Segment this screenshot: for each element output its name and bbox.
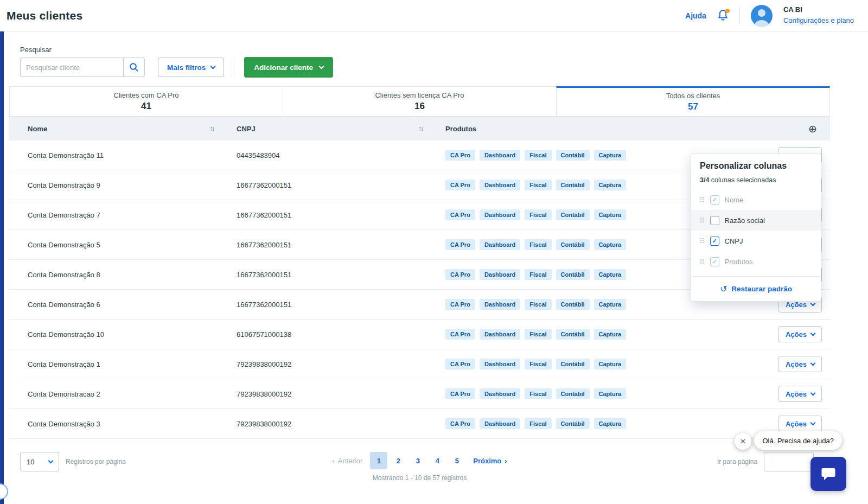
product-badge: Captura [594, 388, 627, 399]
customize-columns-button[interactable]: ⊕ [808, 124, 817, 134]
more-filters-button[interactable]: Mais filtros [158, 58, 224, 77]
client-name: Conta Demonstração 1 [9, 360, 218, 368]
goto-page-input[interactable] [764, 452, 814, 471]
sort-icon[interactable]: ↑↓ [418, 125, 423, 132]
pagination: 10 Registros por página ‹Anterior 1 2 3 … [9, 452, 830, 487]
product-badge: CA Pro [445, 388, 475, 399]
person-icon [751, 5, 773, 27]
actions-button-label: Ações [786, 360, 807, 368]
product-badge: Fiscal [525, 359, 551, 369]
product-badge: CA Pro [445, 418, 475, 429]
table-row[interactable]: Conta Demonstração 10 61067571000138 CA … [9, 320, 830, 349]
checkbox-cnpj[interactable]: ✓ [710, 237, 719, 246]
chevron-down-icon [810, 420, 816, 425]
product-badge: Fiscal [525, 150, 551, 161]
chat-tooltip-close-button[interactable]: × [735, 433, 751, 450]
more-filters-label: Mais filtros [167, 63, 206, 72]
column-option-nome: ⠿ ✓ Nome [691, 189, 821, 210]
client-cnpj: 79239838000192 [218, 390, 427, 398]
badges: CA ProDashboardFiscalContábilCaptura [427, 329, 765, 340]
restore-default-button[interactable]: ↺ Restaurar padrão [691, 276, 821, 301]
client-cnpj: 79239838000192 [218, 420, 427, 428]
help-link[interactable]: Ajuda [685, 11, 706, 20]
page-button-5[interactable]: 5 [448, 452, 465, 469]
tab-clientes-sem-licenca[interactable]: Clientes sem licença CA Pro 16 [283, 86, 556, 117]
table-header: Nome ↑↓ CNPJ ↑↓ Produtos ⊕ [9, 117, 830, 141]
product-badge: Fiscal [525, 239, 551, 250]
product-badge: CA Pro [445, 269, 475, 280]
customize-columns-popover: Personalizar colunas 3/4 colunas selecio… [691, 153, 821, 302]
drag-handle-icon[interactable]: ⠿ [699, 216, 705, 225]
drag-handle-icon[interactable]: ⠿ [699, 196, 705, 204]
page-button-4[interactable]: 4 [429, 452, 446, 469]
chevron-down-icon [210, 63, 216, 69]
checkbox-produtos: ✓ [710, 257, 719, 266]
table-row[interactable]: Conta Demonstração 1 79239838000192 CA P… [9, 349, 830, 379]
page-title: Meus clientes [7, 9, 82, 22]
product-badge: Fiscal [525, 418, 551, 429]
product-badge: Dashboard [480, 239, 520, 250]
tab-clientes-com-ca-pro[interactable]: Clientes com CA Pro 41 [9, 86, 283, 117]
chat-bubble-icon [820, 467, 837, 482]
search-input[interactable] [20, 58, 123, 77]
client-name: Conta Demonstração 6 [9, 301, 218, 309]
restore-icon: ↺ [720, 284, 727, 294]
client-cnpj: 16677362000151 [218, 211, 427, 219]
product-badge: Contábil [556, 299, 590, 310]
page-button-3[interactable]: 3 [409, 452, 426, 469]
product-badge: CA Pro [445, 239, 475, 250]
client-cnpj: 04435483904 [218, 151, 427, 160]
page-button-2[interactable]: 2 [390, 452, 407, 469]
popover-summary: 3/4 colunas selecionadas [691, 176, 821, 189]
product-badge: Contábil [556, 209, 590, 220]
column-option-razao-social[interactable]: ⠿ Razão social [691, 210, 821, 231]
top-header: Meus clientes Ajuda CA BI Configurações … [0, 0, 868, 31]
drag-handle-icon[interactable]: ⠿ [699, 237, 705, 245]
column-option-cnpj[interactable]: ⠿ ✓ CNPJ [691, 231, 821, 251]
tab-todos-os-clientes[interactable]: Todos os clientes 57 [556, 86, 830, 117]
product-badge: Captura [594, 150, 627, 161]
collapsed-widget-button[interactable] [0, 483, 8, 500]
column-header-nome: Nome [28, 125, 47, 133]
avatar[interactable] [751, 5, 773, 27]
chat-button[interactable] [810, 457, 846, 491]
tab-count: 57 [688, 101, 698, 112]
product-badge: Dashboard [480, 299, 520, 310]
previous-page-button[interactable]: ‹Anterior [327, 457, 368, 465]
search-icon [129, 62, 139, 72]
column-option-produtos: ⠿ ✓ Produtos [691, 251, 821, 272]
column-header-cnpj: CNPJ [237, 125, 256, 133]
product-badge: Fiscal [525, 299, 551, 310]
table-row[interactable]: Conta Demonstracao 2 79239838000192 CA P… [9, 379, 830, 409]
checkbox-razao-social[interactable] [710, 216, 719, 225]
client-name: Conta Demonstração 8 [9, 271, 218, 279]
row-actions-button[interactable]: Ações [778, 386, 822, 402]
popover-title: Personalizar colunas [691, 161, 821, 176]
product-badge: CA Pro [445, 299, 475, 310]
left-accent-stripe [0, 31, 4, 504]
add-client-button[interactable]: Adicionar cliente [244, 57, 333, 78]
page-button-1[interactable]: 1 [370, 452, 387, 469]
user-name: CA BI [783, 5, 854, 14]
goto-page-label: Ir para página [717, 458, 757, 465]
row-actions-button[interactable]: Ações [778, 416, 822, 432]
notifications-bell-icon[interactable] [717, 9, 729, 22]
settings-link[interactable]: Configurações e plano [783, 16, 854, 24]
row-actions-button[interactable]: Ações [778, 356, 822, 372]
sort-icon[interactable]: ↑↓ [209, 125, 214, 132]
drag-handle-icon[interactable]: ⠿ [699, 258, 705, 266]
next-page-button[interactable]: Próximo› [468, 457, 512, 465]
actions-button-label: Ações [786, 330, 807, 339]
client-name: Conta Demonstração 11 [9, 151, 218, 160]
client-cnpj: 61067571000138 [218, 330, 427, 339]
product-badge: Dashboard [480, 359, 520, 369]
product-badge: Captura [594, 269, 627, 280]
client-cnpj: 79239838000192 [218, 360, 427, 368]
search-button[interactable] [123, 58, 145, 77]
table-row[interactable]: Conta Demonstração 3 79239838000192 CA P… [9, 409, 830, 439]
chevron-down-icon [810, 360, 816, 366]
page-size-select[interactable]: 10 [20, 452, 59, 471]
row-actions-button[interactable]: Ações [778, 326, 822, 342]
client-name: Conta Demonstração 10 [9, 330, 218, 339]
product-badge: Contábil [556, 388, 590, 399]
